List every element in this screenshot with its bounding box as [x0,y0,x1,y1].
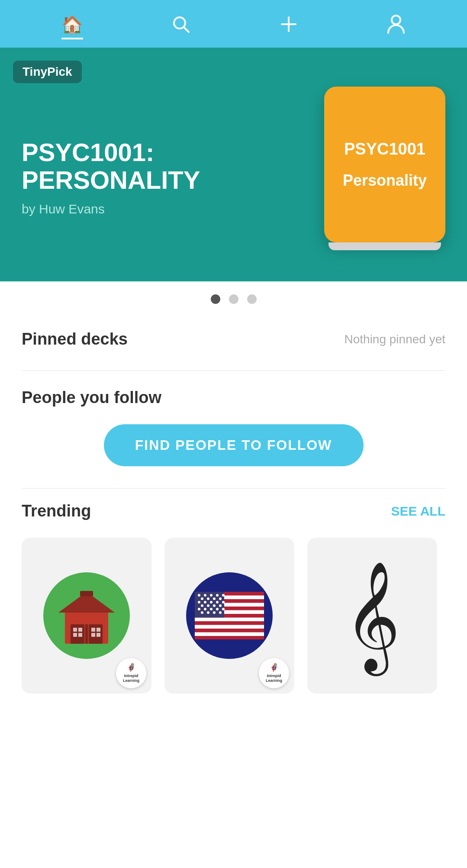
people-section: People you follow FIND PEOPLE TO FOLLOW [0,371,467,488]
trending-card-flag[interactable]: 🦸 IntrepidLearning [164,538,294,694]
pinned-section: Pinned decks Nothing pinned yet [0,317,467,370]
intrepid-icon-1: 🦸 [126,663,136,673]
svg-point-56 [201,611,203,614]
svg-point-55 [222,608,225,610]
svg-point-37 [222,594,225,597]
flag-icon-circle [186,572,273,659]
svg-point-57 [207,611,209,614]
music-note-icon: 𝄞 [344,568,400,663]
nav-bar: 🏠 [0,0,467,48]
svg-point-46 [222,601,225,603]
svg-point-39 [207,597,209,600]
svg-line-1 [184,27,189,32]
svg-point-44 [210,601,213,603]
intrepid-label-1: IntrepidLearning [123,674,139,683]
hero-banner: TinyPick PSYC1001:PERSONALITY by Huw Eva… [0,48,467,281]
trending-title: Trending [22,502,91,520]
flag-svg [195,592,264,639]
svg-rect-31 [195,636,264,639]
svg-rect-9 [73,628,77,632]
intrepid-label-2: IntrepidLearning [266,674,282,683]
people-title: People you follow [22,388,445,407]
svg-rect-27 [195,621,264,625]
svg-point-49 [213,604,216,607]
nav-add[interactable] [279,15,298,41]
svg-point-36 [216,594,219,597]
svg-point-54 [216,608,219,610]
nav-home[interactable]: 🏠 [61,16,83,39]
svg-rect-11 [73,633,77,637]
barn-icon-circle [43,572,130,659]
trending-cards: 🦸 IntrepidLearning [22,538,445,694]
nav-profile[interactable] [386,14,406,42]
svg-point-59 [219,611,222,614]
svg-point-40 [213,597,216,600]
dot-2[interactable] [229,294,238,304]
hero-title: PSYC1001:PERSONALITY [22,139,311,194]
svg-point-4 [392,16,400,24]
svg-point-35 [210,594,213,597]
trending-card-barn[interactable]: 🦸 IntrepidLearning [22,538,151,694]
hero-text: PSYC1001:PERSONALITY by Huw Evans [22,113,311,216]
svg-rect-10 [78,628,82,632]
svg-point-51 [198,608,200,610]
svg-point-33 [198,594,200,597]
svg-rect-15 [97,628,100,632]
svg-point-34 [204,594,206,597]
svg-point-41 [219,597,222,600]
search-icon [171,15,190,36]
carousel-dots [0,281,467,317]
see-all-button[interactable]: SEE ALL [391,504,445,519]
svg-rect-13 [89,624,103,644]
find-people-button[interactable]: FIND PEOPLE TO FOLLOW [104,424,364,466]
svg-rect-28 [195,625,264,629]
hero-card[interactable]: PSYC1001 Personality [324,87,445,242]
svg-point-52 [204,608,206,610]
svg-point-53 [210,608,213,610]
svg-rect-26 [195,618,264,622]
svg-rect-14 [91,628,95,632]
pinned-empty: Nothing pinned yet [344,332,445,346]
svg-point-38 [201,597,203,600]
intrepid-icon-2: 🦸 [269,663,279,673]
svg-point-58 [213,611,216,614]
svg-point-45 [216,601,219,603]
home-icon: 🏠 [61,16,83,33]
svg-rect-17 [97,633,100,637]
trending-header: Trending SEE ALL [22,502,445,520]
svg-rect-30 [195,632,264,636]
hero-card-code: PSYC1001 [344,140,425,158]
hero-label: TinyPick [13,61,82,83]
intrepid-badge-1: 🦸 IntrepidLearning [116,658,146,688]
pinned-header: Pinned decks Nothing pinned yet [22,330,445,348]
svg-point-48 [207,604,209,607]
pinned-title: Pinned decks [22,330,128,348]
svg-point-42 [198,601,200,603]
svg-point-50 [219,604,222,607]
svg-rect-12 [78,633,82,637]
profile-icon [386,14,406,37]
hero-author: by Huw Evans [22,202,311,216]
svg-rect-18 [85,624,88,644]
dot-1[interactable] [211,294,220,304]
barn-svg [54,583,119,648]
svg-point-47 [201,604,203,607]
trending-section: Trending SEE ALL [0,489,467,711]
svg-rect-29 [195,629,264,632]
svg-rect-8 [71,624,84,644]
trending-card-music[interactable]: 𝄞 [307,538,437,694]
svg-rect-16 [91,633,95,637]
nav-search[interactable] [171,15,190,41]
hero-card-name: Personality [343,171,427,190]
svg-point-43 [204,601,206,603]
intrepid-badge-2: 🦸 IntrepidLearning [259,658,289,688]
dot-3[interactable] [247,294,257,304]
svg-rect-7 [80,591,93,596]
add-icon [279,15,298,36]
